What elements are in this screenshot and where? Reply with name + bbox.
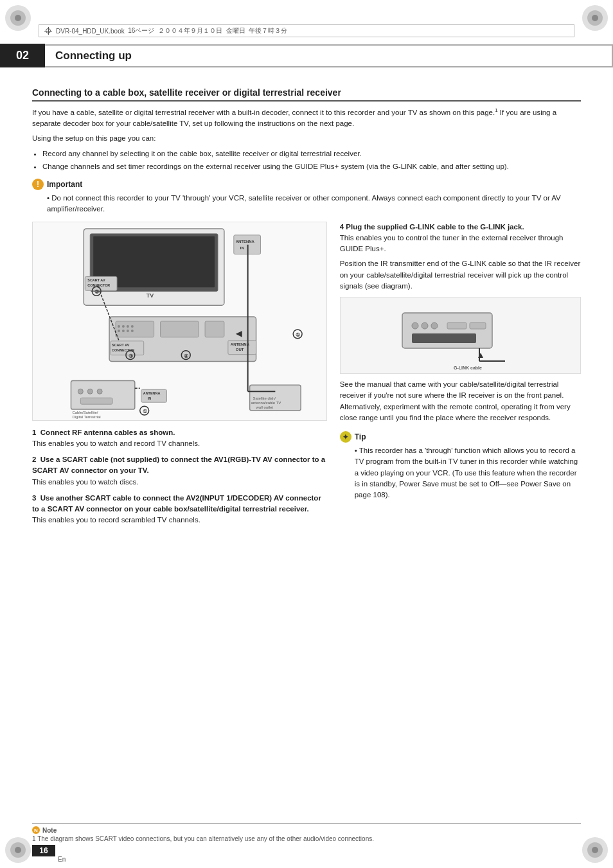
- step-1: 1 Connect RF antenna cables as shown. Th…: [32, 427, 327, 450]
- right-column: 4 Plug the supplied G-LINK cable to the …: [340, 222, 581, 531]
- step-2-text: This enables you to watch discs.: [32, 478, 139, 486]
- svg-text:receiver: receiver: [80, 420, 94, 420]
- svg-point-19: [131, 325, 134, 328]
- svg-point-16: [118, 325, 120, 328]
- tip-text: • This recorder has a 'through' function…: [355, 445, 581, 500]
- svg-text:Satellite dish/: Satellite dish/: [253, 396, 276, 400]
- glink-diagram: G-LINK cable: [340, 297, 581, 374]
- two-column-layout: SCART AV CONNECTOR TV ② ANTENNA IN: [32, 222, 581, 531]
- svg-text:TV: TV: [147, 292, 154, 299]
- svg-point-23: [131, 329, 134, 332]
- note-bar: N Note 1 The diagram shows SCART video c…: [32, 823, 581, 842]
- left-column: SCART AV CONNECTOR TV ② ANTENNA IN: [32, 222, 327, 531]
- bullet-2: Change channels and set timer recordings…: [42, 161, 581, 172]
- note-footnote: 1 The diagram shows SCART video connecti…: [32, 835, 581, 842]
- corner-decoration-tl: [5, 5, 31, 31]
- svg-point-37: [78, 389, 83, 394]
- tip-title: ✦ Tip: [340, 431, 581, 443]
- svg-rect-40: [80, 398, 112, 404]
- crosshair-icon: [44, 27, 52, 35]
- svg-text:IN: IN: [148, 396, 152, 400]
- svg-text:wall outlet: wall outlet: [256, 405, 274, 409]
- tip-box: ✦ Tip • This recorder has a 'through' fu…: [340, 431, 581, 500]
- step-3-text: This enables you to record scrambled TV …: [32, 516, 200, 524]
- main-content: Connecting to a cable box, satellite rec…: [32, 77, 581, 817]
- svg-point-17: [122, 325, 125, 328]
- step-3-title: 3 Use another SCART cable to connect the…: [32, 494, 321, 513]
- svg-point-62: [431, 323, 438, 329]
- svg-text:④: ④: [184, 353, 188, 359]
- svg-text:Cable/Satellite/: Cable/Satellite/: [72, 411, 98, 414]
- svg-rect-63: [447, 323, 466, 329]
- chapter-number: 02: [0, 44, 45, 67]
- corner-decoration-br: [582, 837, 608, 863]
- important-text: • Do not connect this recorder to your T…: [47, 193, 581, 215]
- svg-text:③: ③: [129, 353, 133, 359]
- intro-text-1: If you have a cable, satellite or digita…: [32, 107, 581, 129]
- svg-text:OUT: OUT: [236, 347, 244, 351]
- important-title: ! Important: [32, 179, 581, 190]
- meta-bar: DVR-04_HDD_UK.book 16ページ ２００４年９月１０日 金曜日 …: [39, 24, 574, 37]
- important-box: ! Important • Do not connect this record…: [32, 179, 581, 215]
- svg-text:G-LINK cable: G-LINK cable: [454, 366, 482, 370]
- svg-text:SCART AV: SCART AV: [112, 342, 130, 346]
- step-4-title: 4 Plug the supplied G-LINK cable to the …: [340, 222, 581, 233]
- meta-page-jp: 16ページ: [128, 26, 154, 35]
- meta-date-jp: ２００４年９月１０日: [158, 26, 222, 35]
- svg-point-60: [412, 323, 418, 329]
- step-2: 2 Use a SCART cable (not supplied) to co…: [32, 454, 327, 488]
- svg-rect-15: [205, 321, 224, 337]
- glink-followup-text: See the manual that came with your cable…: [340, 379, 581, 423]
- meta-time-jp: 午後７時３分: [249, 26, 287, 35]
- step-4-text2: Position the IR transmitter end of the G…: [340, 258, 581, 292]
- svg-rect-9: [234, 235, 261, 254]
- feature-list: Record any channel by selecting it on th…: [42, 148, 581, 173]
- intro-text-2: Using the setup on this page you can:: [32, 133, 581, 144]
- meta-day-jp: 金曜日: [226, 26, 245, 35]
- svg-text:ANTENNA: ANTENNA: [143, 391, 161, 395]
- step-4-text1: This enables you to control the tuner in…: [340, 233, 581, 255]
- meta-filename: DVR-04_HDD_UK.book: [56, 28, 125, 35]
- svg-rect-64: [470, 323, 486, 329]
- svg-point-20: [118, 329, 120, 332]
- corner-decoration-bl: [5, 837, 31, 863]
- svg-point-38: [87, 389, 93, 394]
- step-1-text: This enables you to watch and record TV …: [32, 439, 200, 447]
- chapter-title: Connecting up: [45, 44, 613, 67]
- corner-decoration-tr: [582, 5, 608, 31]
- svg-text:CONNECTOR: CONNECTOR: [87, 283, 110, 287]
- page-header: 02 Connecting up: [0, 44, 613, 67]
- section-heading: Connecting to a cable box, satellite rec…: [32, 87, 581, 102]
- svg-rect-36: [71, 380, 134, 409]
- warning-icon: !: [32, 179, 44, 190]
- tip-icon: ✦: [340, 431, 351, 443]
- page-number: 16: [32, 845, 55, 856]
- svg-point-21: [122, 329, 125, 332]
- svg-text:SCART AV: SCART AV: [87, 278, 105, 282]
- svg-text:②: ②: [94, 289, 99, 295]
- svg-point-22: [127, 329, 129, 332]
- step-4: 4 Plug the supplied G-LINK cable to the …: [340, 222, 581, 292]
- note-icon: N: [32, 826, 40, 834]
- page-lang: En: [58, 856, 66, 863]
- step-2-title: 2 Use a SCART cable (not supplied) to co…: [32, 456, 325, 474]
- bullet-1: Record any channel by selecting it on th…: [42, 148, 581, 159]
- note-title: N Note: [32, 826, 581, 834]
- connection-diagram: SCART AV CONNECTOR TV ② ANTENNA IN: [32, 222, 327, 421]
- svg-text:①: ①: [143, 409, 147, 414]
- svg-text:ANTENNA: ANTENNA: [236, 239, 255, 243]
- svg-rect-13: [116, 321, 154, 337]
- svg-point-61: [422, 323, 428, 329]
- step-3: 3 Use another SCART cable to connect the…: [32, 493, 327, 526]
- svg-text:antenna/cable TV: antenna/cable TV: [251, 401, 281, 405]
- svg-rect-65: [412, 333, 476, 343]
- svg-text:ANTENNA: ANTENNA: [231, 342, 250, 346]
- svg-text:CONNECTOR: CONNECTOR: [112, 348, 134, 351]
- svg-text:IN: IN: [240, 245, 244, 249]
- svg-point-18: [127, 325, 129, 328]
- svg-text:Digital Terrestrial: Digital Terrestrial: [72, 415, 100, 419]
- svg-text:①: ①: [296, 332, 300, 337]
- svg-point-39: [97, 389, 102, 394]
- svg-rect-14: [161, 321, 199, 337]
- step-1-title: 1 Connect RF antenna cables as shown.: [32, 429, 175, 436]
